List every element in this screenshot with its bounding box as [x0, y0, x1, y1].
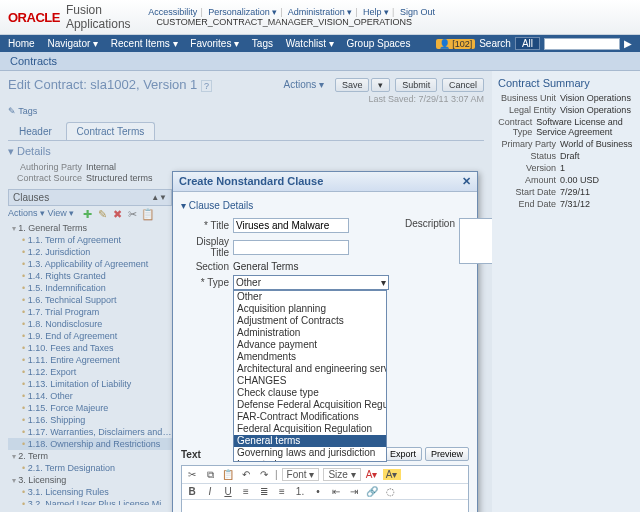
- link-icon[interactable]: 🔗: [365, 486, 379, 497]
- type-option[interactable]: Adjustment of Contracts: [234, 315, 386, 327]
- fgcolor-icon[interactable]: A▾: [365, 469, 379, 480]
- description-textarea[interactable]: [459, 218, 492, 264]
- underline-icon[interactable]: U: [221, 486, 235, 497]
- type-option[interactable]: Defense Federal Acquisition Regulation: [234, 399, 386, 411]
- nav-tags[interactable]: Tags: [252, 38, 273, 49]
- clause-title-input[interactable]: [233, 218, 349, 233]
- paste-icon[interactable]: 📋: [221, 469, 235, 480]
- bold-icon[interactable]: B: [185, 486, 199, 497]
- nav-watchlist[interactable]: Watchlist ▾: [286, 38, 334, 49]
- help-link[interactable]: Help ▾: [363, 7, 389, 17]
- accessibility-link[interactable]: Accessibility: [148, 7, 197, 17]
- align-left-icon[interactable]: ≡: [239, 486, 253, 497]
- summary-row: Contract TypeSoftware License and Servic…: [498, 117, 634, 137]
- type-option[interactable]: Acquisition planning: [234, 303, 386, 315]
- editor-area[interactable]: [182, 500, 468, 512]
- nav-recent[interactable]: Recent Items ▾: [111, 38, 178, 49]
- summary-row: Business UnitVision Operations: [498, 93, 634, 103]
- dialog-close-icon[interactable]: ✕: [462, 175, 471, 188]
- summary-row: Primary PartyWorld of Business: [498, 139, 634, 149]
- redo-icon[interactable]: ↷: [257, 469, 271, 480]
- nav-left: Home Navigator ▾ Recent Items ▾ Favorite…: [8, 38, 420, 49]
- nav-home[interactable]: Home: [8, 38, 35, 49]
- search-go-button[interactable]: ▶: [624, 38, 632, 49]
- summary-row: End Date7/31/12: [498, 199, 634, 209]
- size-select[interactable]: Size ▾: [323, 468, 360, 481]
- type-option[interactable]: Other: [234, 291, 386, 303]
- summary-row: Version1: [498, 163, 634, 173]
- summary-row: StatusDraft: [498, 151, 634, 161]
- summary-row: Legal EntityVision Operations: [498, 105, 634, 115]
- display-title-input[interactable]: [233, 240, 349, 255]
- type-option[interactable]: Imported: [234, 459, 386, 462]
- create-clause-dialog: Create Nonstandard Clause ✕ ▾ Clause Det…: [172, 171, 478, 512]
- administration-link[interactable]: Administration ▾: [288, 7, 353, 17]
- preview-button[interactable]: Preview: [425, 447, 469, 461]
- type-option[interactable]: Architectural and engineering services: [234, 363, 386, 375]
- nav-groupspaces[interactable]: Group Spaces: [346, 38, 410, 49]
- copy-icon[interactable]: ⧉: [203, 469, 217, 481]
- product-name: Fusion Applications: [66, 3, 148, 31]
- type-option[interactable]: Check clause type: [234, 387, 386, 399]
- export-button[interactable]: Export: [384, 447, 422, 461]
- outdent-icon[interactable]: ⇤: [329, 486, 343, 497]
- summary-row: Start Date7/29/11: [498, 187, 634, 197]
- global-header: ORACLE Fusion Applications Accessibility…: [0, 0, 640, 35]
- nav-navigator[interactable]: Navigator ▾: [47, 38, 98, 49]
- breadcrumb[interactable]: Contracts: [0, 52, 640, 71]
- type-dropdown: OtherAcquisition planningAdjustment of C…: [233, 290, 387, 462]
- align-right-icon[interactable]: ≡: [275, 486, 289, 497]
- cut-icon[interactable]: ✂: [185, 469, 199, 480]
- current-user: CUSTOMER_CONTRACT_MANAGER_VISION_OPERATI…: [156, 17, 412, 27]
- rich-text-editor: ✂⧉📋 ↶↷ | Font ▾ Size ▾ A▾ A▾ BIU ≡≣≡ 1.•…: [181, 465, 469, 512]
- undo-icon[interactable]: ↶: [239, 469, 253, 480]
- text-label: Text: [181, 449, 201, 460]
- user-badge[interactable]: 👤 [102]: [436, 39, 476, 49]
- signout-link[interactable]: Sign Out: [400, 7, 435, 17]
- section-value: General Terms: [233, 261, 298, 272]
- type-option[interactable]: Advance payment: [234, 339, 386, 351]
- nav-menubar: Home Navigator ▾ Recent Items ▾ Favorite…: [0, 35, 640, 52]
- align-center-icon[interactable]: ≣: [257, 486, 271, 497]
- chevron-down-icon: ▾: [381, 277, 386, 288]
- type-option[interactable]: CHANGES: [234, 375, 386, 387]
- summary-row: Amount0.00 USD: [498, 175, 634, 185]
- type-option[interactable]: General terms: [234, 435, 386, 447]
- indent-icon[interactable]: ⇥: [347, 486, 361, 497]
- global-search-input[interactable]: [544, 38, 620, 50]
- type-select[interactable]: Other▾: [233, 275, 389, 290]
- summary-title: Contract Summary: [498, 77, 634, 89]
- type-option[interactable]: Administration: [234, 327, 386, 339]
- list-ol-icon[interactable]: 1.: [293, 486, 307, 497]
- personalization-link[interactable]: Personalization ▾: [208, 7, 277, 17]
- nav-right: 👤 [102] Search All ▶: [436, 37, 632, 50]
- type-option[interactable]: FAR-Contract Modifications: [234, 411, 386, 423]
- nav-favorites[interactable]: Favorites ▾: [190, 38, 239, 49]
- vendor-name: ORACLE: [8, 10, 60, 25]
- search-label: Search: [479, 38, 511, 49]
- search-scope[interactable]: All: [515, 37, 540, 50]
- bgcolor-icon[interactable]: A▾: [383, 469, 401, 480]
- global-links: Accessibility| Personalization ▾| Admini…: [148, 7, 632, 27]
- brand-logo: ORACLE Fusion Applications: [8, 3, 148, 31]
- list-ul-icon[interactable]: •: [311, 486, 325, 497]
- clause-details-section[interactable]: ▾ Clause Details: [181, 200, 469, 211]
- type-option[interactable]: Governing laws and jurisdiction: [234, 447, 386, 459]
- font-select[interactable]: Font ▾: [282, 468, 320, 481]
- contract-summary-panel: Contract Summary Business UnitVision Ope…: [492, 71, 640, 512]
- type-option[interactable]: Amendments: [234, 351, 386, 363]
- italic-icon[interactable]: I: [203, 486, 217, 497]
- clear-icon[interactable]: ◌: [383, 486, 397, 497]
- dialog-title: Create Nonstandard Clause: [179, 175, 323, 188]
- type-option[interactable]: Federal Acquisition Regulation: [234, 423, 386, 435]
